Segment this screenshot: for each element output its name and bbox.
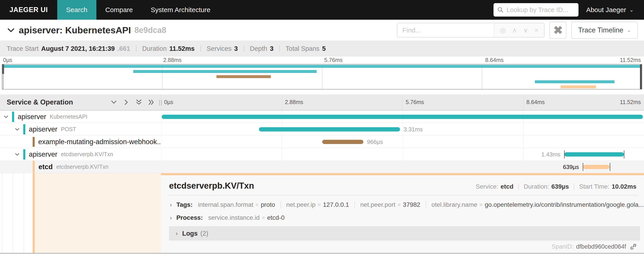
chevron-down-icon: ⌄	[629, 7, 634, 13]
tag-item: net.peer.port = 37982	[360, 201, 420, 208]
expand-all-icon[interactable]	[148, 98, 155, 106]
span-operation: KubernetesAPI	[50, 113, 88, 120]
expand-one-icon[interactable]	[122, 98, 130, 106]
nav-item-compare[interactable]: Compare	[96, 0, 142, 20]
minimap-span-bar	[216, 75, 271, 78]
span-color-chip	[23, 149, 25, 160]
timeline-ticks-header: 0µs 2.88ms 5.76ms 8.64ms 11.52ms	[161, 94, 644, 110]
view-selector-button[interactable]: Trace Timeline ⌄	[571, 22, 638, 39]
total-spans-value: 5	[322, 45, 326, 52]
logs-label: Logs	[182, 230, 198, 237]
search-icon	[497, 7, 504, 13]
minimap-left-handle[interactable]	[2, 65, 4, 74]
span-duration-label: 1.43ms	[541, 151, 560, 158]
span-service: apiserver	[29, 125, 58, 133]
detail-duration-label: Duration:	[524, 183, 549, 190]
process-label: Process:	[176, 214, 203, 221]
tag-item: otel.library.name = go.opentelemetry.io/…	[432, 201, 644, 208]
link-icon[interactable]	[630, 243, 637, 250]
span-row-apiserver-etcd-txn[interactable]: apiserver etcdserverpb.KV/Txn 1.43ms	[0, 148, 644, 161]
span-duration-label: 966µs	[367, 138, 383, 145]
minimap-tick: 11.52ms	[620, 57, 641, 63]
span-color-strip	[33, 161, 35, 173]
span-operation: POST	[61, 126, 76, 132]
chevron-down-icon	[6, 26, 16, 35]
span-detail-card: etcdserverpb.KV/Txn Service: etcd Durati…	[161, 173, 644, 253]
collapse-trace-button[interactable]	[6, 26, 16, 35]
app-logo[interactable]: JAEGER UI	[0, 6, 57, 14]
service-operation-header: Service & Operation	[0, 94, 161, 110]
span-bar[interactable]	[322, 140, 363, 144]
depth-label: Depth	[250, 45, 267, 52]
span-collapse-toggle[interactable]	[3, 113, 10, 120]
service-operation-title: Service & Operation	[7, 98, 73, 106]
span-row-apiserver-post[interactable]: apiserver POST 3.31ms	[0, 123, 644, 136]
trace-minimap[interactable]	[2, 64, 642, 90]
services-value: 3	[234, 45, 238, 52]
find-next-icon[interactable]: ∨	[523, 27, 528, 34]
span-collapse-toggle[interactable]	[14, 151, 20, 158]
process-row[interactable]: › Process: service.instance.id = etcd-0	[161, 208, 644, 221]
find-input[interactable]	[397, 23, 494, 37]
span-bar[interactable]	[162, 115, 643, 119]
span-collapse-toggle[interactable]	[14, 126, 20, 133]
minimap-right-handle[interactable]	[640, 65, 642, 89]
minimap-span-bar	[2, 65, 642, 68]
trace-start-value: August 7 2021, 16:21:39	[41, 45, 115, 52]
detail-service-label: Service:	[476, 183, 498, 190]
find-clear-icon[interactable]: ×	[534, 27, 538, 34]
span-row-etcd-txn[interactable]: etcd etcdserverpb.KV/Txn 639µs	[0, 161, 644, 173]
locate-icon[interactable]: ◎	[500, 27, 506, 34]
detail-start-label: Start Time:	[579, 183, 609, 190]
span-bar-endmark	[564, 150, 564, 158]
chevron-right-icon: ›	[170, 201, 172, 208]
span-row-webhook[interactable]: example-mutating-admission-webhook... 96…	[0, 136, 644, 148]
depth-value: 3	[270, 45, 274, 52]
nav-item-system-architecture[interactable]: System Architecture	[142, 0, 219, 20]
minimap-tick: 5.76ms	[324, 57, 342, 63]
minimap-span-bar	[535, 80, 614, 83]
about-jaeger-label: About Jaeger	[586, 6, 626, 14]
tree-guide-line	[2, 173, 2, 253]
chevron-down-icon	[14, 126, 20, 133]
tag-item: internal.span.format = proto	[198, 201, 275, 208]
minimap-tick: 8.64ms	[485, 57, 504, 63]
keyboard-shortcuts-button[interactable]: ⌘	[550, 22, 566, 39]
trace-start-fraction: .661	[118, 45, 130, 52]
trace-lookup-box	[494, 3, 578, 17]
tags-label: Tags:	[176, 201, 193, 208]
collapse-one-icon[interactable]	[110, 98, 118, 106]
span-bar[interactable]	[583, 165, 610, 169]
tag-item: net.peer.ip = 127.0.0.1	[286, 201, 349, 208]
tree-guide-line	[24, 173, 24, 253]
about-jaeger-menu[interactable]: About Jaeger ⌄	[586, 6, 634, 14]
tree-guide-line	[12, 173, 13, 253]
chevron-down-icon: ⌄	[627, 27, 631, 33]
collapse-all-icon[interactable]	[135, 98, 143, 106]
detail-bottom-border	[0, 253, 644, 254]
span-bar[interactable]	[564, 152, 624, 156]
spanid-footer: SpanID: dfbebd960ced064f	[552, 243, 637, 250]
find-prev-icon[interactable]: ∧	[512, 27, 517, 34]
trace-lookup-input[interactable]	[506, 6, 575, 14]
span-service: apiserver	[29, 150, 58, 158]
span-bar[interactable]	[259, 127, 400, 131]
span-row-apiserver-kubernetesapi[interactable]: apiserver KubernetesAPI	[0, 111, 644, 123]
spanid-label: SpanID:	[552, 243, 574, 250]
chevron-right-icon: ›	[170, 214, 172, 221]
logs-count: (2)	[200, 230, 208, 237]
minimap-tick: 0µs	[3, 57, 12, 63]
span-service: example-mutating-admission-webhook...	[38, 138, 161, 146]
nav-item-search[interactable]: Search	[57, 0, 96, 20]
trace-title: apiserver: KubernetesAPI	[19, 25, 131, 36]
timeline-tick: 5.76ms	[406, 99, 424, 105]
trace-header: apiserver: KubernetesAPI 8e9dca8 ◎ ∧ ∨ ×…	[0, 20, 644, 41]
logs-row[interactable]: › Logs (2)	[169, 226, 640, 240]
header-gridline	[523, 94, 524, 110]
detail-left-gutter	[0, 173, 161, 253]
view-selector-label: Trace Timeline	[578, 26, 623, 34]
span-color-chip	[12, 112, 14, 122]
tags-row[interactable]: › Tags: internal.span.format = proto net…	[161, 195, 644, 208]
jaeger-trace-page: JAEGER UI Search Compare System Architec…	[0, 0, 644, 256]
header-gridline	[402, 94, 403, 110]
